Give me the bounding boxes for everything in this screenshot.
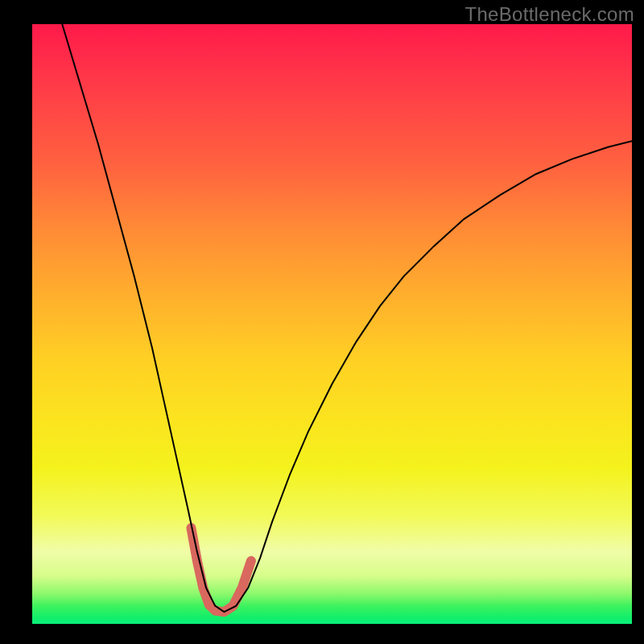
chart-frame: TheBottleneck.com	[0, 0, 644, 644]
optimal-marker	[191, 528, 251, 612]
curve-svg	[32, 24, 632, 624]
plot-area	[32, 24, 632, 624]
watermark-text: TheBottleneck.com	[464, 3, 634, 26]
bottleneck-curve	[62, 24, 632, 612]
